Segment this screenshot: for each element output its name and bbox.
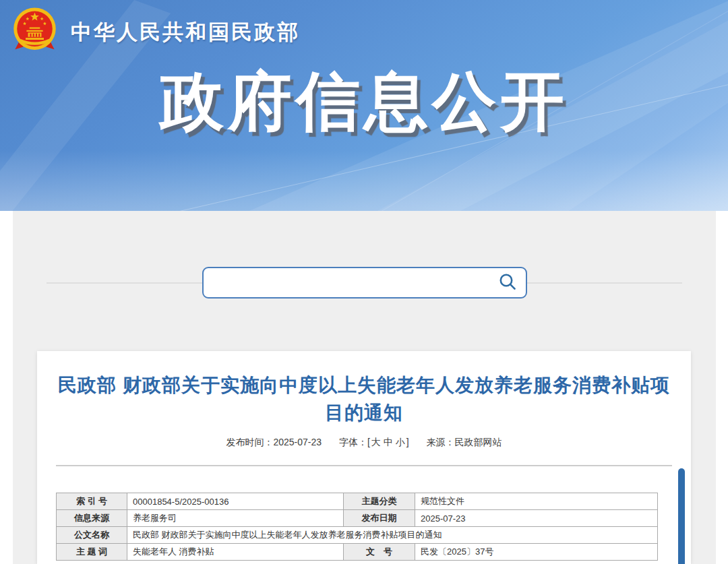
- field-label: 索 引 号: [57, 493, 127, 510]
- field-value: 失能老年人 消费补贴: [127, 544, 344, 561]
- publish-time-value: 2025-07-23: [273, 437, 322, 447]
- national-emblem-icon: [11, 7, 59, 57]
- content-panel: 民政部 财政部关于实施向中度以上失能老年人发放养老服务消费补贴项目的通知 发布时…: [13, 211, 716, 564]
- field-label: 主 题 词: [57, 544, 127, 561]
- field-label: 公文名称: [57, 527, 127, 544]
- font-bracket-open: [: [367, 437, 370, 447]
- field-label: 主题分类: [344, 493, 415, 510]
- search-icon: [498, 272, 517, 293]
- field-value: 民政部 财政部关于实施向中度以上失能老年人发放养老服务消费补贴项目的通知: [127, 527, 658, 544]
- field-value: 养老服务司: [127, 510, 344, 527]
- font-size-control: 字体：[大中小]: [339, 437, 409, 447]
- ministry-name: 中华人民共和国民政部: [71, 18, 300, 46]
- source-value: 民政部网站: [455, 437, 502, 447]
- site-banner: 中华人民共和国民政部 政府信息公开: [0, 0, 728, 211]
- document-info-table: 索 引 号 00001854-5/2025-00136 主题分类 规范性文件 信…: [56, 493, 658, 561]
- table-row-doc-name: 公文名称 民政部 财政部关于实施向中度以上失能老年人发放养老服务消费补贴项目的通…: [57, 527, 658, 544]
- field-label: 文 号: [344, 544, 415, 561]
- table-row-source: 信息来源 养老服务司 发布日期 2025-07-23: [57, 510, 658, 527]
- content-scrollbar-thumb[interactable]: [678, 468, 685, 564]
- search-input[interactable]: [204, 268, 526, 297]
- search-button[interactable]: [497, 273, 518, 293]
- field-value: 民发〔2025〕37号: [415, 544, 658, 561]
- font-label: 字体：: [339, 437, 367, 447]
- font-size-small-button[interactable]: 小: [396, 437, 405, 447]
- font-size-medium-button[interactable]: 中: [384, 437, 393, 447]
- font-size-large-button[interactable]: 大: [371, 437, 381, 447]
- meta-divider-line: [56, 465, 672, 466]
- article-card: 民政部 财政部关于实施向中度以上失能老年人发放养老服务消费补贴项目的通知 发布时…: [37, 351, 691, 564]
- search-box: [202, 267, 527, 299]
- site-logo-link[interactable]: 中华人民共和国民政部: [11, 7, 300, 57]
- page-title: 政府信息公开: [0, 59, 728, 146]
- article-title: 民政部 财政部关于实施向中度以上失能老年人发放养老服务消费补贴项目的通知: [56, 351, 672, 427]
- field-value: 00001854-5/2025-00136: [127, 493, 344, 510]
- table-row-index: 索 引 号 00001854-5/2025-00136 主题分类 规范性文件: [57, 493, 658, 510]
- field-label: 发布日期: [344, 510, 415, 527]
- field-value: 规范性文件: [415, 493, 658, 510]
- source-label: 来源：: [427, 437, 455, 447]
- font-bracket-close: ]: [406, 437, 409, 447]
- field-label: 信息来源: [57, 510, 127, 527]
- source: 来源：民政部网站: [427, 437, 502, 447]
- publish-time: 发布时间：2025-07-23: [226, 437, 322, 447]
- article-meta: 发布时间：2025-07-23 字体：[大中小] 来源：民政部网站: [56, 437, 672, 449]
- field-value: 2025-07-23: [415, 510, 658, 527]
- table-row-keywords: 主 题 词 失能老年人 消费补贴 文 号 民发〔2025〕37号: [57, 544, 658, 561]
- publish-time-label: 发布时间：: [226, 437, 273, 447]
